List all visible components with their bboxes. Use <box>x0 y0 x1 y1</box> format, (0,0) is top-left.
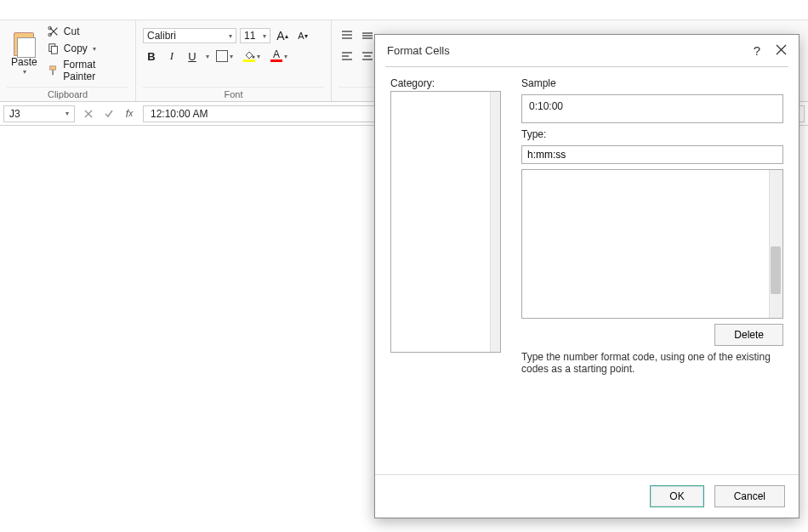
font-name-combo[interactable]: Calibri ▾ <box>143 28 236 43</box>
font-color-button[interactable]: A ▾ <box>267 48 291 65</box>
chevron-down-icon: ▾ <box>257 53 260 60</box>
paste-icon <box>14 32 34 56</box>
type-label: Type: <box>521 128 783 140</box>
name-box[interactable]: J3 ▾ <box>3 105 75 122</box>
shrink-font-button[interactable]: A▾ <box>294 27 311 44</box>
sample-box: 0:10:00 <box>521 94 783 123</box>
scrollbar-thumb[interactable] <box>771 246 781 294</box>
font-name-value: Calibri <box>147 30 176 42</box>
fx-button[interactable]: fx <box>119 105 139 122</box>
scrollbar[interactable] <box>490 92 500 352</box>
format-cells-dialog: Format Cells ? Category: Sample 0:10:00 … <box>374 34 799 518</box>
cancel-formula-button[interactable] <box>78 105 99 122</box>
group-font: Calibri ▾ 11 ▾ A▴ A▾ B I U ▾ ▾ <box>136 20 332 101</box>
font-size-value: 11 <box>244 30 255 42</box>
paste-label: Paste <box>11 56 37 68</box>
cancel-button[interactable]: Cancel <box>714 485 785 507</box>
group-clipboard: Paste ▾ Cut Copy ▾ <box>0 20 136 101</box>
format-listbox[interactable] <box>521 169 783 319</box>
help-text: Type the number format code, using one o… <box>521 351 783 375</box>
bold-button[interactable]: B <box>143 48 160 65</box>
type-input[interactable] <box>521 145 783 164</box>
font-color-icon: A <box>270 50 282 62</box>
chevron-down-icon: ▾ <box>65 110 69 117</box>
close-icon[interactable] <box>776 44 787 58</box>
enter-formula-button[interactable] <box>99 105 119 122</box>
group-title-clipboard: Clipboard <box>7 87 128 99</box>
delete-button[interactable]: Delete <box>714 324 783 346</box>
cell-reference: J3 <box>9 108 20 120</box>
bucket-icon <box>243 50 255 62</box>
svg-rect-3 <box>51 46 57 54</box>
underline-button[interactable]: U <box>184 48 201 65</box>
category-listbox[interactable] <box>390 91 501 353</box>
formula-value: 12:10:00 AM <box>151 108 208 120</box>
chevron-down-icon: ▾ <box>93 45 96 53</box>
svg-point-6 <box>252 56 254 59</box>
chevron-down-icon: ▾ <box>230 53 233 60</box>
svg-rect-4 <box>49 66 55 70</box>
align-middle-button[interactable] <box>359 27 376 44</box>
chevron-down-icon: ▾ <box>229 32 232 40</box>
paste-button[interactable]: Paste ▾ <box>7 24 42 83</box>
ok-button[interactable]: OK <box>650 485 703 507</box>
dialog-title: Format Cells <box>387 44 450 57</box>
copy-icon <box>47 42 60 55</box>
align-top-button[interactable] <box>339 27 356 44</box>
painter-label: Format Painter <box>63 59 128 82</box>
scrollbar[interactable] <box>769 170 782 318</box>
group-title-font: Font <box>143 87 324 99</box>
fill-color-button[interactable]: ▾ <box>240 48 264 65</box>
sample-label: Sample <box>521 77 783 89</box>
border-button[interactable]: ▾ <box>213 48 236 65</box>
grow-font-button[interactable]: A▴ <box>274 27 291 44</box>
cut-label: Cut <box>64 25 80 37</box>
chevron-down-icon: ▾ <box>23 68 26 76</box>
svg-rect-5 <box>52 70 54 75</box>
paintbrush-icon <box>47 64 60 77</box>
font-size-combo[interactable]: 11 ▾ <box>240 28 270 43</box>
chevron-down-icon: ▾ <box>263 32 266 40</box>
help-icon[interactable]: ? <box>754 43 760 58</box>
format-painter-button[interactable]: Format Painter <box>47 59 128 82</box>
align-center-button[interactable] <box>359 48 376 65</box>
menu-bar <box>0 0 808 20</box>
copy-button[interactable]: Copy ▾ <box>47 42 128 55</box>
scissors-icon <box>47 25 60 38</box>
category-label: Category: <box>390 77 501 89</box>
align-left-button[interactable] <box>339 48 356 65</box>
border-icon <box>216 50 228 62</box>
sample-value: 0:10:00 <box>529 100 563 112</box>
italic-button[interactable]: I <box>163 48 180 65</box>
cut-button[interactable]: Cut <box>47 25 128 38</box>
chevron-down-icon: ▾ <box>284 53 287 60</box>
copy-label: Copy <box>64 42 88 54</box>
chevron-down-icon: ▾ <box>206 53 209 60</box>
